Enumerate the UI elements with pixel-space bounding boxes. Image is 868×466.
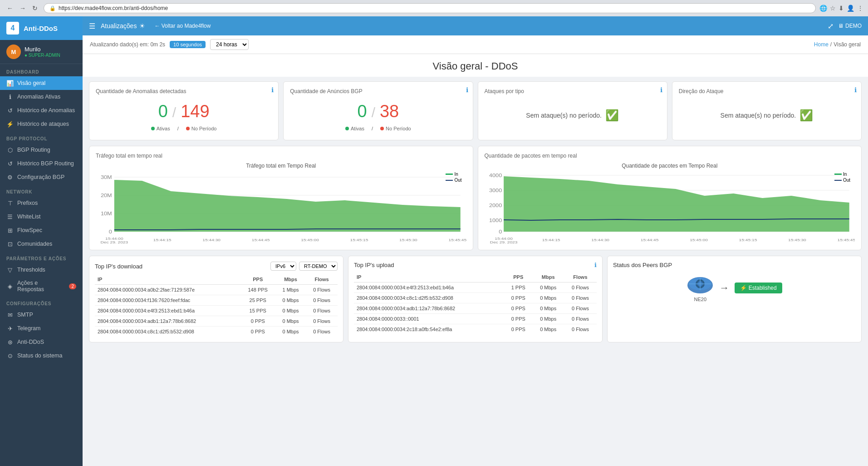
- user-role: ● SUPER-ADMIN: [25, 53, 60, 58]
- sidebar-item-historico-anomalias[interactable]: ↺ Histórico de Anomalias: [0, 104, 83, 117]
- update-info: Atualizando dado(s) em: 0m 2s 10 segundo…: [90, 39, 249, 50]
- translate-icon[interactable]: 🌐: [819, 5, 827, 12]
- upload-table-header-row: IP PPS Mbps Flows: [354, 272, 597, 283]
- download-table: IP PPS Mbps Flows 2804:0084:0000:0034:a0…: [95, 274, 338, 337]
- bgp-peer-row: NE20 → ⚡ Established: [687, 274, 782, 302]
- bgp-ann-legend-active: Ativas: [345, 126, 364, 131]
- sidebar-item-anomalias-ativas[interactable]: ℹ Anomalias Ativas: [0, 90, 83, 104]
- svg-text:3000: 3000: [489, 188, 501, 193]
- mbps-cell: 1 Mbps: [275, 285, 306, 295]
- flows-cell: 0 Flows: [306, 327, 338, 337]
- whitelist-label: WhiteList: [17, 213, 40, 220]
- upload-col-pps-header: PPS: [504, 272, 532, 283]
- forward-button[interactable]: →: [17, 4, 28, 13]
- sidebar-item-bgp-routing[interactable]: ⬡ BGP Routing: [0, 143, 83, 157]
- compress-icon: ⤢: [828, 22, 834, 30]
- refresh-button[interactable]: ↻: [30, 4, 40, 13]
- bgp-status-text: ⚡ Established: [740, 285, 776, 291]
- acoes-icon: ◈: [6, 283, 14, 290]
- sidebar-item-visao-geral[interactable]: 📊 Visão geral: [0, 76, 83, 90]
- attack-type-card: Ataques por tipo ℹ Sem ataque(s) no perí…: [478, 81, 667, 140]
- download-icon[interactable]: ⬇: [839, 5, 844, 12]
- traffic-chart-center-title: Tráfego total em Tempo Real: [96, 163, 466, 169]
- back-button[interactable]: ←: [5, 4, 15, 13]
- cards-row: Quantidade de Anomalias detectadas ℹ 0 /…: [89, 81, 862, 140]
- page-title: Visão geral - DDoS: [83, 54, 868, 77]
- username: Murilo: [25, 46, 60, 53]
- attack-type-no-attack: Sem ataque(s) no período. ✅: [485, 97, 661, 134]
- menu-button[interactable]: ☰: [89, 22, 95, 30]
- anti-ddos-icon: ⊛: [6, 338, 14, 346]
- sidebar-item-telegram[interactable]: ✈ Telegram: [0, 322, 83, 335]
- bgp-status-card: Status dos Peers BGP: [607, 256, 862, 342]
- sidebar-item-thresholds[interactable]: ▽ Thresholds: [0, 263, 83, 277]
- mbps-cell: 0 Mbps: [275, 327, 306, 337]
- svg-text:Dec 29, 2023: Dec 29, 2023: [490, 240, 517, 243]
- sidebar-item-config-bgp[interactable]: ⚙ Configuração BGP: [0, 170, 83, 184]
- ip-cell: 2804:0084:0000:0034:c8c1:d2f5:b532:d908: [95, 327, 240, 337]
- packets-legend: In Out: [834, 172, 850, 183]
- svg-text:15:45:00: 15:45:00: [301, 238, 319, 242]
- anomalias-card-title: Quantidade de Anomalias detectadas: [96, 88, 272, 94]
- svg-text:15:45:15: 15:45:15: [350, 238, 368, 242]
- sidebar-item-smtp[interactable]: ✉ SMTP: [0, 308, 83, 322]
- svg-text:2000: 2000: [489, 203, 501, 208]
- table-row: 2804:0084:0000:0034:adb1:12a7:78b6:8682 …: [95, 316, 338, 327]
- url-bar[interactable]: 🔒 https://dev.made4flow.com.br/anti-ddos…: [44, 3, 816, 13]
- bookmark-icon[interactable]: ☆: [830, 5, 836, 12]
- svg-text:15:45:30: 15:45:30: [399, 238, 417, 242]
- attack-type-text: Sem ataque(s) no período.: [526, 112, 602, 119]
- rtdemo-select[interactable]: RT-DEMO: [299, 262, 338, 271]
- check-icon-2: ✅: [799, 109, 813, 122]
- table-row: 2804:0084:0000:0034:adb1:12a7:78b6:8682 …: [354, 303, 597, 314]
- sidebar-item-prefixos[interactable]: ⊤ Prefixos: [0, 196, 83, 210]
- sidebar-item-comunidades[interactable]: ⊡ Comunidades: [0, 237, 83, 251]
- svg-text:15:45:45: 15:45:45: [449, 238, 466, 242]
- col-flows-header: Flows: [306, 274, 338, 285]
- bgp-ann-period-value: 38: [380, 102, 399, 121]
- flowspec-icon: ⊞: [6, 227, 14, 234]
- ip-cell: 2804:0084:0000:0034:f136:7620:feef:fdac: [95, 295, 240, 306]
- upload-col-ip-header: IP: [354, 272, 504, 283]
- flows-cell: 0 Flows: [306, 306, 338, 316]
- sidebar-item-acoes[interactable]: ◈ Ações e Respostas 2: [0, 277, 83, 296]
- sidebar-item-historico-ataques[interactable]: ⚡ Histórico de ataques: [0, 117, 83, 131]
- sidebar-item-status-sistema[interactable]: ⊙ Status do sistema: [0, 349, 83, 362]
- prefixos-icon: ⊤: [6, 199, 14, 207]
- bgp-ann-card-title: Quantidade de Anúncios BGP: [290, 88, 466, 94]
- profile-icon[interactable]: 👤: [847, 5, 854, 12]
- router-icon: [687, 274, 714, 297]
- interval-button[interactable]: 10 segundos: [170, 41, 206, 48]
- flows-cell: 0 Flows: [564, 303, 597, 314]
- attack-dir-info-icon: ℹ: [854, 86, 857, 94]
- bgp-arrow: →: [719, 282, 729, 294]
- demo-icon: 🖥: [838, 23, 843, 29]
- tables-row: Top IP's download IPv6 RT-DEMO: [89, 256, 862, 342]
- period-select[interactable]: 24 horas: [210, 39, 249, 50]
- bgp-ann-value: 0 / 38: [290, 97, 466, 126]
- attack-type-title: Ataques por tipo: [485, 88, 661, 94]
- pps-cell: 0 PPS: [504, 324, 532, 335]
- svg-text:15:44:45: 15:44:45: [252, 238, 270, 242]
- top-download-title: Top IP's download: [95, 263, 142, 270]
- sidebar-item-historico-bgp[interactable]: ↺ Histórico BGP Routing: [0, 157, 83, 170]
- pps-cell: 1 PPS: [504, 283, 532, 293]
- legend-blue: [446, 180, 453, 181]
- bgp-announcements-card: Quantidade de Anúncios BGP ℹ 0 / 38 Ativ…: [283, 81, 473, 140]
- traffic-chart-svg: 30M 20M 10M 0: [96, 171, 466, 243]
- svg-text:30M: 30M: [101, 175, 112, 179]
- settings-icon[interactable]: ⋮: [857, 5, 863, 12]
- sidebar-item-anti-ddos[interactable]: ⊛ Anti-DDoS: [0, 335, 83, 349]
- ipv6-select[interactable]: IPv6: [270, 262, 296, 271]
- sidebar-item-whitelist[interactable]: ☰ WhiteList: [0, 210, 83, 223]
- back-to-made4flow[interactable]: ← Voltar ao Made4flow: [154, 23, 211, 29]
- config-bgp-label: Configuração BGP: [17, 174, 64, 180]
- app-container: 4 Anti-DDoS M Murilo ● SUPER-ADMIN Dashb…: [0, 16, 868, 466]
- sidebar-item-flowspec[interactable]: ⊞ FlowSpec: [0, 223, 83, 237]
- anomalias-period-value: 149: [181, 102, 209, 121]
- sun-icon: ☀: [139, 22, 145, 30]
- packets-legend-in: In: [834, 172, 850, 177]
- breadcrumb-home[interactable]: Home: [814, 41, 829, 48]
- anomalias-card: Quantidade de Anomalias detectadas ℹ 0 /…: [89, 81, 279, 140]
- smtp-icon: ✉: [6, 311, 14, 318]
